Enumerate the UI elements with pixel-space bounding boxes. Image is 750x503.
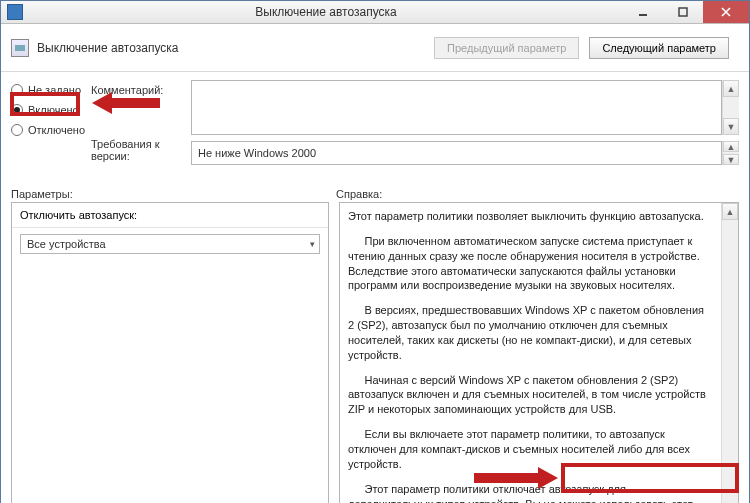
- help-paragraph: Начиная с версий Windows XP с пакетом об…: [348, 373, 713, 418]
- comment-textarea[interactable]: [191, 80, 722, 135]
- help-text: Этот параметр политики позволяет выключи…: [340, 203, 721, 503]
- param-label: Отключить автозапуск:: [12, 203, 328, 228]
- params-panel: Отключить автозапуск: Все устройства ▾: [11, 202, 329, 503]
- svg-rect-0: [639, 14, 647, 16]
- policy-title: Выключение автозапуска: [37, 41, 434, 55]
- requirements-field: Не ниже Windows 2000: [191, 141, 722, 165]
- radio-icon: [11, 104, 23, 116]
- radio-icon: [11, 124, 23, 136]
- param-dropdown-value: Все устройства: [27, 238, 106, 250]
- scroll-up-icon[interactable]: ▲: [722, 203, 738, 220]
- policy-header: Выключение автозапуска Предыдущий параме…: [1, 24, 749, 72]
- help-paragraph: В версиях, предшествовавших Windows XP с…: [348, 303, 713, 362]
- help-section-label: Справка:: [336, 188, 739, 200]
- radio-disabled[interactable]: Отключено: [11, 120, 91, 140]
- scroll-down-icon[interactable]: ▼: [723, 154, 739, 165]
- comment-label: Комментарий:: [91, 80, 191, 100]
- radio-icon: [11, 84, 23, 96]
- window-title: Выключение автозапуска: [29, 5, 623, 19]
- close-button[interactable]: [703, 1, 749, 23]
- chevron-down-icon: ▾: [310, 239, 315, 249]
- policy-icon: [11, 39, 29, 57]
- help-paragraph: Этот параметр политики отключает автозап…: [348, 482, 713, 503]
- scrollbar[interactable]: ▲ ▼: [722, 80, 739, 135]
- help-panel: Этот параметр политики позволяет выключи…: [339, 202, 739, 503]
- svg-rect-1: [679, 8, 687, 16]
- next-setting-button[interactable]: Следующий параметр: [589, 37, 729, 59]
- radio-enabled[interactable]: Включено: [11, 100, 91, 120]
- help-paragraph: При включенном автоматическом запуске си…: [348, 234, 713, 293]
- scroll-up-icon[interactable]: ▲: [723, 80, 739, 97]
- radio-label: Отключено: [28, 124, 85, 136]
- scroll-up-icon[interactable]: ▲: [723, 141, 739, 152]
- policy-window: Выключение автозапуска Выключение автоза…: [0, 0, 750, 503]
- help-paragraph: Этот параметр политики позволяет выключи…: [348, 209, 713, 224]
- scroll-down-icon[interactable]: ▼: [723, 118, 739, 135]
- app-icon: [7, 4, 23, 20]
- params-section-label: Параметры:: [11, 188, 336, 200]
- maximize-button[interactable]: [663, 1, 703, 23]
- radio-label: Включено: [28, 104, 79, 116]
- previous-setting-button: Предыдущий параметр: [434, 37, 579, 59]
- requirements-label: Требования к версии:: [91, 140, 191, 160]
- param-dropdown[interactable]: Все устройства ▾: [20, 234, 320, 254]
- radio-label: Не задано: [28, 84, 81, 96]
- titlebar: Выключение автозапуска: [1, 1, 749, 24]
- help-paragraph: Если вы включаете этот параметр политики…: [348, 427, 713, 472]
- scrollbar[interactable]: ▲ ▼: [722, 141, 739, 165]
- scrollbar[interactable]: ▲ ▼: [721, 203, 738, 503]
- radio-not-configured[interactable]: Не задано: [11, 80, 91, 100]
- minimize-button[interactable]: [623, 1, 663, 23]
